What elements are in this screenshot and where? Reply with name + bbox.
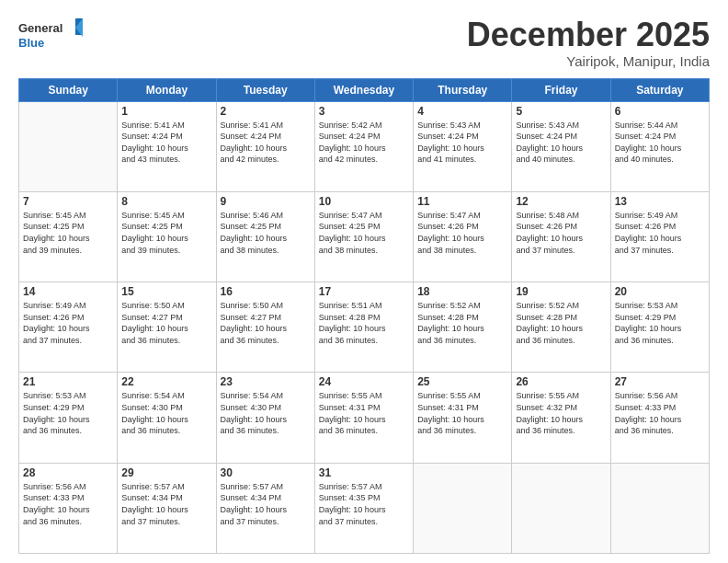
day-info: Sunrise: 5:55 AM Sunset: 4:32 PM Dayligh… bbox=[516, 390, 606, 436]
day-number: 24 bbox=[319, 375, 409, 388]
calendar-cell: 7Sunrise: 5:45 AM Sunset: 4:25 PM Daylig… bbox=[19, 191, 118, 282]
day-number: 10 bbox=[319, 195, 409, 208]
calendar-cell: 22Sunrise: 5:54 AM Sunset: 4:30 PM Dayli… bbox=[118, 373, 216, 463]
day-number: 9 bbox=[221, 195, 311, 208]
day-number: 2 bbox=[221, 105, 311, 118]
subtitle: Yairipok, Manipur, India bbox=[467, 53, 710, 69]
day-number: 22 bbox=[121, 375, 211, 388]
day-info: Sunrise: 5:49 AM Sunset: 4:26 PM Dayligh… bbox=[23, 300, 113, 346]
calendar-cell: 19Sunrise: 5:52 AM Sunset: 4:28 PM Dayli… bbox=[512, 282, 610, 373]
calendar-cell: 25Sunrise: 5:55 AM Sunset: 4:31 PM Dayli… bbox=[414, 373, 512, 463]
day-number: 17 bbox=[319, 285, 409, 298]
day-info: Sunrise: 5:55 AM Sunset: 4:31 PM Dayligh… bbox=[319, 390, 409, 436]
day-number: 15 bbox=[121, 285, 211, 298]
calendar-header-monday: Monday bbox=[118, 78, 216, 101]
calendar-cell: 16Sunrise: 5:50 AM Sunset: 4:27 PM Dayli… bbox=[216, 282, 314, 373]
calendar-week-2: 7Sunrise: 5:45 AM Sunset: 4:25 PM Daylig… bbox=[19, 191, 710, 282]
calendar-cell: 13Sunrise: 5:49 AM Sunset: 4:26 PM Dayli… bbox=[610, 191, 709, 282]
calendar-cell: 12Sunrise: 5:48 AM Sunset: 4:26 PM Dayli… bbox=[512, 191, 610, 282]
calendar-header-saturday: Saturday bbox=[610, 78, 709, 101]
day-info: Sunrise: 5:42 AM Sunset: 4:24 PM Dayligh… bbox=[319, 120, 409, 166]
calendar-cell bbox=[512, 463, 610, 553]
calendar-cell: 14Sunrise: 5:49 AM Sunset: 4:26 PM Dayli… bbox=[19, 282, 118, 373]
day-info: Sunrise: 5:54 AM Sunset: 4:30 PM Dayligh… bbox=[121, 390, 211, 436]
calendar-week-5: 28Sunrise: 5:56 AM Sunset: 4:33 PM Dayli… bbox=[19, 463, 710, 553]
day-info: Sunrise: 5:45 AM Sunset: 4:25 PM Dayligh… bbox=[121, 210, 211, 256]
header: General Blue December 2025 Yairipok, Man… bbox=[18, 17, 710, 69]
calendar-cell: 10Sunrise: 5:47 AM Sunset: 4:25 PM Dayli… bbox=[314, 191, 413, 282]
title-block: December 2025 Yairipok, Manipur, India bbox=[467, 17, 710, 69]
day-number: 19 bbox=[516, 285, 606, 298]
day-number: 5 bbox=[516, 105, 606, 118]
day-info: Sunrise: 5:48 AM Sunset: 4:26 PM Dayligh… bbox=[516, 210, 606, 256]
logo: General Blue bbox=[18, 17, 83, 53]
day-number: 1 bbox=[121, 105, 211, 118]
calendar-cell: 28Sunrise: 5:56 AM Sunset: 4:33 PM Dayli… bbox=[19, 463, 118, 553]
calendar-cell: 17Sunrise: 5:51 AM Sunset: 4:28 PM Dayli… bbox=[314, 282, 413, 373]
day-info: Sunrise: 5:51 AM Sunset: 4:28 PM Dayligh… bbox=[319, 300, 409, 346]
day-info: Sunrise: 5:49 AM Sunset: 4:26 PM Dayligh… bbox=[615, 210, 705, 256]
calendar-cell: 27Sunrise: 5:56 AM Sunset: 4:33 PM Dayli… bbox=[610, 373, 709, 463]
day-number: 16 bbox=[221, 285, 311, 298]
day-number: 31 bbox=[319, 466, 409, 479]
calendar-cell: 31Sunrise: 5:57 AM Sunset: 4:35 PM Dayli… bbox=[314, 463, 413, 553]
day-number: 3 bbox=[319, 105, 409, 118]
day-number: 21 bbox=[23, 375, 113, 388]
day-number: 12 bbox=[516, 195, 606, 208]
day-info: Sunrise: 5:57 AM Sunset: 4:34 PM Dayligh… bbox=[221, 481, 311, 527]
day-number: 26 bbox=[516, 375, 606, 388]
calendar-cell: 1Sunrise: 5:41 AM Sunset: 4:24 PM Daylig… bbox=[118, 101, 216, 191]
day-info: Sunrise: 5:43 AM Sunset: 4:24 PM Dayligh… bbox=[516, 120, 606, 166]
day-info: Sunrise: 5:44 AM Sunset: 4:24 PM Dayligh… bbox=[615, 120, 705, 166]
page: General Blue December 2025 Yairipok, Man… bbox=[0, 0, 728, 563]
calendar-cell bbox=[19, 101, 118, 191]
day-number: 18 bbox=[417, 285, 507, 298]
calendar-cell: 4Sunrise: 5:43 AM Sunset: 4:24 PM Daylig… bbox=[414, 101, 512, 191]
calendar-week-3: 14Sunrise: 5:49 AM Sunset: 4:26 PM Dayli… bbox=[19, 282, 710, 373]
day-info: Sunrise: 5:56 AM Sunset: 4:33 PM Dayligh… bbox=[615, 390, 705, 436]
day-info: Sunrise: 5:50 AM Sunset: 4:27 PM Dayligh… bbox=[221, 300, 311, 346]
day-info: Sunrise: 5:47 AM Sunset: 4:25 PM Dayligh… bbox=[319, 210, 409, 256]
calendar-header-friday: Friday bbox=[512, 78, 610, 101]
calendar-header-tuesday: Tuesday bbox=[216, 78, 314, 101]
calendar-cell: 23Sunrise: 5:54 AM Sunset: 4:30 PM Dayli… bbox=[216, 373, 314, 463]
svg-text:Blue: Blue bbox=[18, 36, 44, 50]
calendar-header-row: SundayMondayTuesdayWednesdayThursdayFrid… bbox=[19, 78, 710, 101]
calendar-cell: 30Sunrise: 5:57 AM Sunset: 4:34 PM Dayli… bbox=[216, 463, 314, 553]
day-info: Sunrise: 5:43 AM Sunset: 4:24 PM Dayligh… bbox=[417, 120, 507, 166]
calendar-cell: 26Sunrise: 5:55 AM Sunset: 4:32 PM Dayli… bbox=[512, 373, 610, 463]
calendar-week-4: 21Sunrise: 5:53 AM Sunset: 4:29 PM Dayli… bbox=[19, 373, 710, 463]
calendar-header-wednesday: Wednesday bbox=[314, 78, 413, 101]
svg-text:General: General bbox=[18, 21, 63, 35]
day-info: Sunrise: 5:46 AM Sunset: 4:25 PM Dayligh… bbox=[221, 210, 311, 256]
calendar-cell bbox=[414, 463, 512, 553]
calendar-cell: 2Sunrise: 5:41 AM Sunset: 4:24 PM Daylig… bbox=[216, 101, 314, 191]
day-number: 20 bbox=[615, 285, 705, 298]
calendar-cell: 21Sunrise: 5:53 AM Sunset: 4:29 PM Dayli… bbox=[19, 373, 118, 463]
calendar-cell: 3Sunrise: 5:42 AM Sunset: 4:24 PM Daylig… bbox=[314, 101, 413, 191]
calendar-cell bbox=[610, 463, 709, 553]
main-title: December 2025 bbox=[467, 17, 710, 53]
day-number: 14 bbox=[23, 285, 113, 298]
calendar-cell: 24Sunrise: 5:55 AM Sunset: 4:31 PM Dayli… bbox=[314, 373, 413, 463]
day-number: 4 bbox=[417, 105, 507, 118]
day-number: 7 bbox=[23, 195, 113, 208]
calendar-header-sunday: Sunday bbox=[19, 78, 118, 101]
calendar-cell: 29Sunrise: 5:57 AM Sunset: 4:34 PM Dayli… bbox=[118, 463, 216, 553]
calendar-cell: 5Sunrise: 5:43 AM Sunset: 4:24 PM Daylig… bbox=[512, 101, 610, 191]
calendar-cell: 8Sunrise: 5:45 AM Sunset: 4:25 PM Daylig… bbox=[118, 191, 216, 282]
calendar-cell: 18Sunrise: 5:52 AM Sunset: 4:28 PM Dayli… bbox=[414, 282, 512, 373]
calendar-cell: 6Sunrise: 5:44 AM Sunset: 4:24 PM Daylig… bbox=[610, 101, 709, 191]
day-info: Sunrise: 5:56 AM Sunset: 4:33 PM Dayligh… bbox=[23, 481, 113, 527]
calendar-header-thursday: Thursday bbox=[414, 78, 512, 101]
logo-icon: General Blue bbox=[18, 17, 83, 53]
day-number: 28 bbox=[23, 466, 113, 479]
day-number: 29 bbox=[121, 466, 211, 479]
day-info: Sunrise: 5:41 AM Sunset: 4:24 PM Dayligh… bbox=[221, 120, 311, 166]
day-info: Sunrise: 5:53 AM Sunset: 4:29 PM Dayligh… bbox=[615, 300, 705, 346]
calendar-cell: 20Sunrise: 5:53 AM Sunset: 4:29 PM Dayli… bbox=[610, 282, 709, 373]
day-info: Sunrise: 5:50 AM Sunset: 4:27 PM Dayligh… bbox=[121, 300, 211, 346]
day-info: Sunrise: 5:47 AM Sunset: 4:26 PM Dayligh… bbox=[417, 210, 507, 256]
day-number: 13 bbox=[615, 195, 705, 208]
day-number: 30 bbox=[221, 466, 311, 479]
